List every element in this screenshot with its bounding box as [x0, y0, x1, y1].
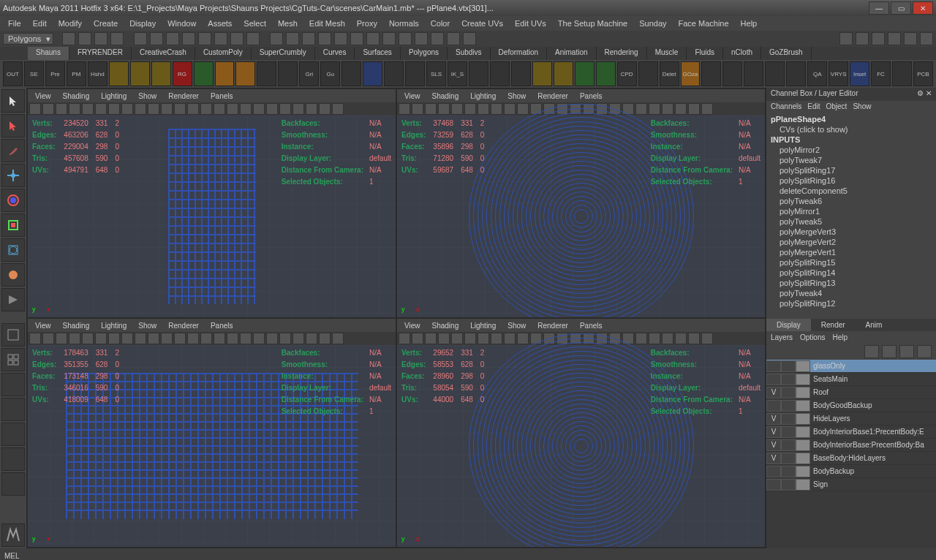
- vp-tool-icon[interactable]: [121, 103, 133, 115]
- vp-tool-icon[interactable]: [200, 333, 212, 344]
- shelf-icon[interactable]: [554, 61, 573, 86]
- tb-icon[interactable]: [415, 32, 428, 45]
- vp-tool-icon[interactable]: [108, 103, 120, 115]
- vp-tool-icon[interactable]: [266, 333, 278, 344]
- layer-row[interactable]: BodyGoodBackup: [766, 399, 936, 412]
- layer-tab-render[interactable]: Render: [811, 319, 856, 331]
- shelf-tab-polygons[interactable]: Polygons: [401, 47, 448, 60]
- shelf-icon[interactable]: Go: [320, 61, 340, 86]
- menu-assets[interactable]: Assets: [203, 18, 237, 29]
- tb-icon[interactable]: [214, 32, 227, 45]
- shelf-icon[interactable]: [278, 61, 298, 86]
- menu-help[interactable]: Help: [736, 18, 763, 29]
- scale-tool-icon[interactable]: [1, 213, 25, 237]
- viewport-front[interactable]: ViewShadingLightingShowRendererPanelsVer…: [28, 319, 396, 547]
- vp-menu-lighting[interactable]: Lighting: [466, 92, 500, 100]
- panel-icons[interactable]: ⚙ ✕: [917, 89, 932, 99]
- shelf-icon[interactable]: [575, 61, 595, 86]
- layer-vis-toggle[interactable]: V: [766, 426, 781, 438]
- vp-tool-icon[interactable]: [214, 333, 225, 344]
- tb-icon[interactable]: [447, 32, 460, 45]
- vp-tool-icon[interactable]: [69, 103, 80, 115]
- layer-tab-anim[interactable]: Anim: [856, 319, 893, 331]
- layer-row[interactable]: VBodyInteriorBase1:PrecentBody:E: [766, 425, 936, 439]
- vp-tool-icon[interactable]: [95, 103, 107, 115]
- shelf-icon[interactable]: [490, 61, 510, 86]
- layer-type-toggle[interactable]: [781, 374, 796, 385]
- layer-type-toggle[interactable]: [781, 466, 796, 477]
- rotate-tool-icon[interactable]: [1, 189, 25, 212]
- tb-icon[interactable]: [270, 32, 283, 45]
- vp-tool-icon[interactable]: [200, 103, 212, 115]
- channel-list[interactable]: pPlaneShape4 CVs (click to show) INPUTS …: [766, 114, 936, 319]
- input-node[interactable]: polyTweak7: [766, 155, 936, 165]
- paint-tool-icon[interactable]: [1, 139, 25, 162]
- shelf-tab-gozbrush[interactable]: GoZBrush: [761, 47, 812, 60]
- menu-display[interactable]: Display: [124, 18, 161, 29]
- vp-menu-view[interactable]: View: [400, 92, 425, 100]
- layer-type-toggle[interactable]: [781, 439, 796, 451]
- shelf-tab-surfaces[interactable]: Surfaces: [355, 47, 400, 60]
- vp-tool-icon[interactable]: [240, 103, 252, 115]
- layer-vis-toggle[interactable]: V: [766, 439, 781, 451]
- vp-tool-icon[interactable]: [148, 333, 159, 344]
- ch-menu-channels[interactable]: Channels: [771, 102, 801, 113]
- vp-tool-icon[interactable]: [121, 333, 133, 344]
- soft-tool-icon[interactable]: [1, 263, 25, 287]
- menu-modify[interactable]: Modify: [53, 18, 87, 29]
- layer-type-toggle[interactable]: [781, 400, 796, 412]
- vp-menu-lighting[interactable]: Lighting: [97, 92, 131, 100]
- input-node[interactable]: polyMirror2: [766, 145, 936, 155]
- shelf-tab-ncloth[interactable]: nCloth: [723, 47, 761, 60]
- vp-menu-show[interactable]: Show: [134, 92, 161, 100]
- vp-tool-icon[interactable]: [253, 103, 265, 115]
- tb-icon[interactable]: [246, 32, 260, 45]
- tb-icon[interactable]: [382, 32, 396, 45]
- vp-tool-icon[interactable]: [412, 333, 423, 344]
- layer-vis-toggle[interactable]: V: [766, 387, 781, 398]
- vp-menu-show[interactable]: Show: [503, 92, 530, 100]
- vp-tool-icon[interactable]: [319, 333, 331, 344]
- shelf-icon[interactable]: RG: [173, 61, 192, 86]
- vp-tool-icon[interactable]: [266, 103, 278, 115]
- vp-tool-icon[interactable]: [319, 103, 331, 115]
- tb-icon[interactable]: [166, 32, 179, 45]
- tb-icon[interactable]: [904, 32, 917, 45]
- layer-vis-toggle[interactable]: [766, 374, 781, 385]
- layout-four-icon[interactable]: [1, 348, 25, 371]
- layout-icon[interactable]: [1, 472, 25, 496]
- shelf-tab-custompoly[interactable]: CustomPoly: [195, 47, 252, 60]
- tb-icon[interactable]: [463, 32, 476, 45]
- vp-menu-renderer[interactable]: Renderer: [164, 92, 203, 100]
- vp-tool-icon[interactable]: [227, 103, 238, 115]
- shelf-icon[interactable]: [786, 61, 806, 86]
- vp-menu-show[interactable]: Show: [134, 322, 161, 330]
- close-button[interactable]: ✕: [913, 1, 933, 15]
- vp-tool-icon[interactable]: [253, 333, 265, 344]
- menu-file[interactable]: File: [3, 18, 26, 29]
- vp-tool-icon[interactable]: [399, 103, 410, 115]
- vp-menu-lighting[interactable]: Lighting: [466, 322, 500, 330]
- select-tool-icon[interactable]: [1, 89, 25, 113]
- shelf-icon[interactable]: IK_S: [448, 61, 467, 86]
- shelf-icon[interactable]: QA: [807, 61, 827, 86]
- layer-row[interactable]: glassOnly: [766, 360, 936, 373]
- layer-icon[interactable]: [899, 345, 914, 358]
- shelf-tab-deformation[interactable]: Deformation: [491, 47, 547, 60]
- vp-menu-renderer[interactable]: Renderer: [533, 322, 573, 330]
- vp-menu-panels[interactable]: Panels: [206, 92, 238, 100]
- move-tool-icon[interactable]: [1, 164, 25, 187]
- tb-icon[interactable]: [920, 32, 933, 45]
- vp-menu-panels[interactable]: Panels: [575, 322, 607, 330]
- cvs-row[interactable]: CVs (click to show): [766, 124, 936, 135]
- vp-tool-icon[interactable]: [82, 103, 94, 115]
- tb-icon[interactable]: [318, 32, 331, 45]
- layer-color-swatch[interactable]: [796, 374, 810, 385]
- vp-menu-panels[interactable]: Panels: [575, 92, 607, 100]
- maximize-button[interactable]: ▭: [891, 1, 911, 15]
- layers-list[interactable]: glassOnlySeatsMainVRoofBodyGoodBackupVHi…: [766, 360, 936, 548]
- menu-the-setup-machine[interactable]: The Setup Machine: [553, 18, 633, 29]
- tb-icon[interactable]: [302, 32, 315, 45]
- layer-vis-toggle[interactable]: [766, 479, 781, 491]
- vp-tool-icon[interactable]: [56, 333, 67, 344]
